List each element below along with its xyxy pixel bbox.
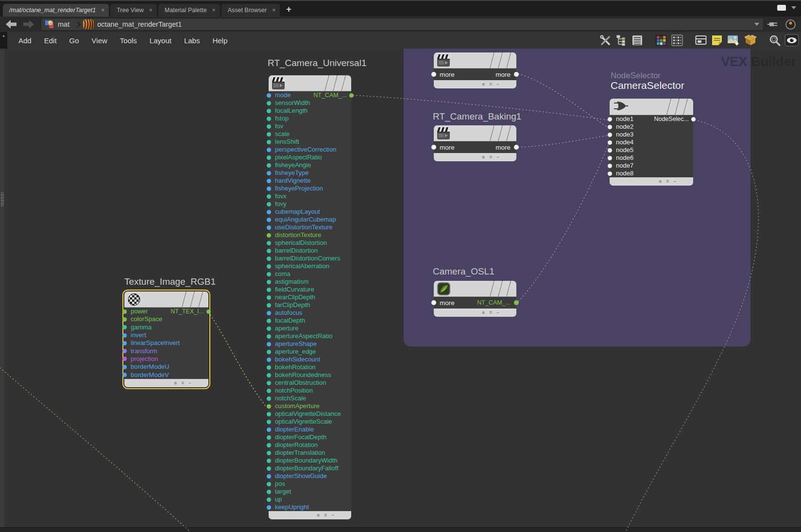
param-input-port[interactable] (267, 264, 271, 269)
node-header[interactable] (269, 75, 351, 91)
menu-go[interactable]: Go (63, 36, 85, 45)
param-input-port[interactable] (267, 148, 271, 152)
param-input-port[interactable] (267, 202, 271, 206)
param-input-port[interactable] (267, 280, 271, 284)
visibility-icon[interactable] (784, 34, 799, 47)
pane-tab[interactable]: Material Palette× (158, 4, 220, 17)
node-badge-icons[interactable]: ≡=− (434, 309, 516, 317)
tab-close-icon[interactable]: × (101, 7, 104, 14)
output-port[interactable] (514, 72, 519, 77)
menu-view[interactable]: View (85, 36, 114, 45)
node-badge-icons[interactable]: ≡=− (434, 80, 516, 88)
param-input-port[interactable] (267, 218, 271, 222)
node-title-rt-camera-universal1[interactable]: RT_Camera_Universal1 (268, 58, 366, 69)
param-input-port[interactable] (267, 311, 271, 315)
node-rt-camera-baking1[interactable]: more more ≡=− (434, 125, 516, 161)
node-title-cameraselector[interactable]: CameraSelector (611, 80, 684, 91)
param-input-port[interactable] (267, 272, 271, 276)
param-input-port[interactable] (267, 365, 271, 370)
list-icon[interactable] (631, 34, 644, 47)
menu-add[interactable]: Add (12, 36, 38, 45)
param-input-port[interactable] (267, 466, 271, 471)
param-input-port[interactable] (122, 333, 127, 338)
more-outputs-label[interactable]: more (495, 71, 511, 78)
network-path-field[interactable]: mat octane_mat_renderTarget1 (41, 18, 764, 31)
param-input-port[interactable] (267, 241, 271, 245)
param-input-port[interactable] (267, 443, 271, 447)
node-badge-icons[interactable]: ≡=− (610, 177, 693, 186)
tab-close-icon[interactable]: × (272, 7, 275, 14)
radial-menu-icon[interactable] (785, 19, 796, 30)
node-camera-osl1[interactable]: more NT_CAM_... ≡=− (434, 281, 516, 317)
param-input-port[interactable] (267, 101, 271, 105)
param-input-port[interactable] (267, 124, 271, 129)
param-input-port[interactable] (267, 389, 271, 393)
pane-tab[interactable]: Tree View× (110, 4, 157, 17)
param-input-port[interactable] (267, 249, 271, 253)
node-header[interactable] (124, 292, 208, 308)
input-port[interactable] (431, 300, 436, 305)
param-input-port[interactable] (608, 156, 612, 160)
param-input-port[interactable] (608, 133, 612, 137)
node-title-camera-osl1[interactable]: Camera_OSL1 (433, 266, 494, 277)
param-input-port[interactable] (122, 317, 127, 322)
menu-collapse-arrow[interactable]: ▲ (0, 32, 7, 49)
param-input-port[interactable] (267, 404, 271, 409)
layout-icon[interactable] (695, 34, 707, 47)
checklist-icon[interactable] (671, 34, 683, 47)
menu-tools[interactable]: Tools (114, 36, 143, 45)
param-input-port[interactable] (267, 187, 271, 191)
input-port[interactable] (431, 72, 436, 77)
forward-arrow-icon[interactable] (22, 19, 35, 30)
param-input-port[interactable] (608, 172, 612, 176)
param-input-port[interactable] (267, 194, 271, 199)
param-input-port[interactable] (267, 482, 271, 486)
image-add-icon[interactable] (727, 34, 740, 47)
param-input-port[interactable] (122, 341, 127, 345)
param-input-port[interactable] (267, 93, 271, 98)
param-input-port[interactable] (267, 326, 271, 331)
param-input-port[interactable] (267, 117, 271, 121)
param-input-port[interactable] (267, 109, 271, 113)
param-input-port[interactable] (267, 412, 271, 416)
input-port[interactable] (431, 145, 436, 150)
param-input-port[interactable] (267, 451, 271, 455)
param-input-port[interactable] (608, 125, 612, 129)
window-icon[interactable] (777, 4, 786, 11)
param-input-port[interactable] (267, 498, 271, 502)
param-input-port[interactable] (267, 420, 271, 424)
param-input-port[interactable] (608, 148, 612, 153)
param-input-port[interactable] (267, 490, 271, 494)
tab-close-icon[interactable]: × (149, 7, 153, 14)
param-input-port[interactable] (122, 309, 127, 314)
param-input-port[interactable] (267, 428, 271, 432)
node-header[interactable] (434, 281, 516, 297)
param-input-port[interactable] (608, 164, 612, 168)
pane-tab[interactable]: /mat/octane_mat_renderTarget1× (3, 4, 109, 17)
more-inputs-label[interactable]: more (440, 71, 455, 78)
menu-labs[interactable]: Labs (178, 36, 206, 45)
node-camera-collapsed-top[interactable]: more more ≡=− (434, 52, 516, 88)
node-cameraselector[interactable]: NodeSelec... node1node2node3node4node5no… (610, 99, 693, 186)
menu-help[interactable]: Help (206, 36, 234, 45)
param-input-port[interactable] (267, 334, 271, 339)
param-input-port[interactable] (267, 288, 271, 292)
node-header[interactable] (434, 52, 516, 69)
network-editor[interactable]: VEX Builder RT_Camera_Universal1 (0, 49, 801, 532)
param-input-port[interactable] (267, 140, 271, 144)
param-input-port[interactable] (267, 210, 271, 214)
param-input-port[interactable] (608, 140, 612, 145)
param-input-port[interactable] (267, 350, 271, 354)
more-inputs-label[interactable]: more (440, 299, 455, 307)
param-input-port[interactable] (267, 257, 271, 261)
node-header[interactable] (434, 125, 516, 141)
node-title-texture-image-rgb1[interactable]: Texture_Image_RGB1 (124, 276, 216, 287)
chevron-down-icon[interactable] (790, 5, 797, 10)
param-input-port[interactable] (122, 373, 127, 377)
asset-box-icon[interactable] (744, 34, 757, 47)
more-inputs-label[interactable]: more (440, 144, 455, 151)
node-header[interactable] (610, 99, 693, 115)
param-input-port[interactable] (267, 179, 271, 183)
node-texture-image-rgb1[interactable]: NT_TEX_I... powercolorSpacegammainvertli… (122, 290, 210, 389)
node-badge-icons[interactable]: ≡=− (124, 379, 208, 387)
